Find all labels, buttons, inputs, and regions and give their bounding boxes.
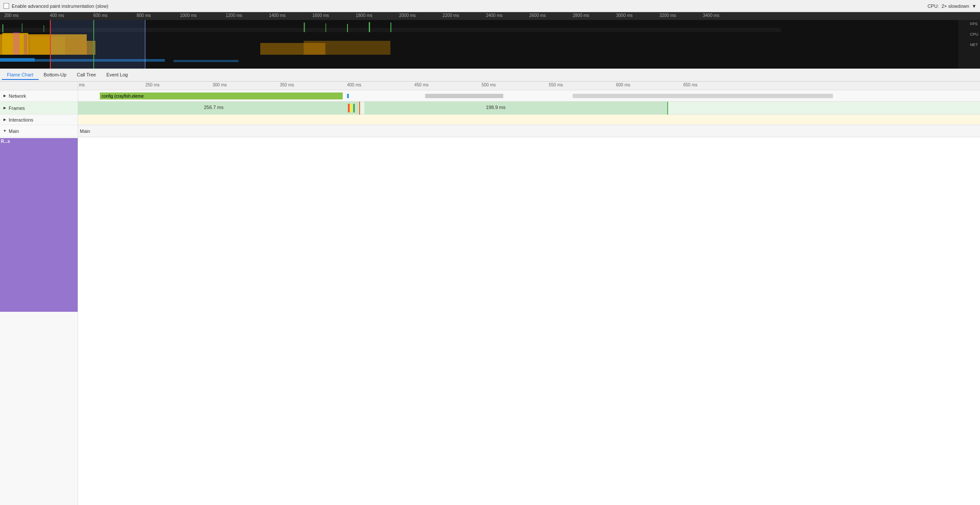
svg-rect-1	[2, 24, 3, 32]
frame-duration-1: 256.7 ms	[204, 105, 223, 110]
frame-yellow-marker	[351, 104, 352, 112]
tick-550: 550 ms	[549, 83, 563, 87]
tick-1200: 1200 ms	[226, 13, 242, 18]
tab-event-log[interactable]: Event Log	[101, 70, 133, 80]
frames-expand-arrow: ▶	[2, 105, 8, 111]
top-bar-right: CPU: 2× slowdown ▼	[928, 3, 977, 9]
panel-row-network[interactable]: ▶ Network	[0, 90, 78, 102]
top-bar: Enable advanced paint instrumentation (s…	[0, 0, 980, 12]
main-initial-block: R...s	[0, 138, 78, 312]
tick-ms: ms	[79, 83, 85, 87]
green-vline-600	[93, 20, 94, 69]
cpu-value: 2× slowdown	[941, 3, 969, 9]
svg-rect-4	[304, 23, 305, 32]
timeline-overview: 200 ms 400 ms 600 ms 800 ms 1000 ms 1200…	[0, 12, 980, 69]
tick-2800: 2800 ms	[573, 13, 589, 18]
main-content: ms 250 ms 300 ms 350 ms 400 ms 450 ms 50…	[78, 82, 980, 505]
net-blue-1	[347, 94, 349, 98]
tick-250: 250 ms	[145, 83, 160, 87]
advanced-paint-label: Enable advanced paint instrumentation (s…	[12, 3, 108, 9]
svg-rect-6	[347, 24, 348, 32]
tick-1400: 1400 ms	[269, 13, 285, 18]
svg-rect-15	[304, 41, 390, 55]
frame-duration-2: 198.9 ms	[486, 105, 505, 110]
main-section-label: Main	[80, 129, 90, 134]
network-config-bar: config (crayfish.eleme	[100, 92, 343, 99]
panel-row-main[interactable]: ▼ Main	[0, 125, 78, 137]
frames-label: Frames	[9, 106, 25, 111]
tick-600: 600 ms	[616, 83, 630, 87]
tick-200: 200 ms	[4, 13, 19, 18]
net-label-ov: NET	[970, 43, 978, 47]
tick-2600: 2600 ms	[529, 13, 546, 18]
tick-2000: 2000 ms	[399, 13, 416, 18]
flame-area: ▶ Network ▶ Frames ▶ Interactions ▼ Main…	[0, 82, 980, 505]
interactions-label: Interactions	[9, 117, 33, 122]
main-label: Main	[9, 129, 19, 134]
timeline-ruler: 200 ms 400 ms 600 ms 800 ms 1000 ms 1200…	[0, 12, 980, 20]
frame-red-marker	[348, 104, 350, 112]
tick-2400: 2400 ms	[486, 13, 502, 18]
svg-rect-8	[390, 23, 391, 32]
tabs-row: Flame Chart Bottom-Up Call Tree Event Lo…	[0, 69, 980, 82]
cpu-dropdown-arrow[interactable]: ▼	[972, 3, 977, 9]
ruler-spacer	[0, 82, 78, 90]
red-vline-400	[50, 20, 51, 69]
r-block-label: R...s	[1, 139, 10, 144]
svg-rect-20	[174, 60, 239, 62]
network-label: Network	[9, 93, 26, 99]
left-panel: ▶ Network ▶ Frames ▶ Interactions ▼ Main…	[0, 82, 78, 505]
tick-400: 400 ms	[347, 83, 361, 87]
main-content-header: Main	[78, 125, 980, 137]
panel-row-interactions[interactable]: ▶ Interactions	[0, 115, 78, 125]
svg-rect-17	[24, 34, 27, 55]
network-content-row: config (crayfish.eleme	[78, 90, 980, 102]
flame-content: config (crayfish.eleme 256.7 ms 198.9 ms	[78, 90, 980, 505]
cpu-label: CPU:	[928, 3, 939, 9]
tick-400: 400 ms	[50, 13, 64, 18]
tick-1600: 1600 ms	[312, 13, 329, 18]
tab-bottom-up[interactable]: Bottom-Up	[39, 70, 72, 80]
tick-500: 500 ms	[482, 83, 496, 87]
net-grey-3	[573, 94, 833, 98]
tick-450: 450 ms	[414, 83, 429, 87]
interactions-content-row	[78, 115, 980, 125]
svg-rect-2	[22, 23, 23, 32]
tick-3400: 3400 ms	[703, 13, 719, 18]
tick-2200: 2200 ms	[442, 13, 459, 18]
frame-block-2: 198.9 ms	[364, 102, 668, 115]
tick-3000: 3000 ms	[616, 13, 633, 18]
overview-visual: FPS CPU NET	[0, 20, 980, 69]
tick-800: 800 ms	[137, 13, 151, 18]
main-expand-arrow: ▼	[2, 128, 8, 134]
tick-300: 300 ms	[213, 83, 227, 87]
fps-label: FPS	[970, 22, 978, 26]
cpu-label-ov: CPU	[970, 32, 978, 36]
tick-350: 350 ms	[280, 83, 294, 87]
tab-flame-chart[interactable]: Flame Chart	[2, 70, 39, 80]
svg-rect-16	[13, 32, 20, 55]
frame-block-1: 256.7 ms	[78, 102, 360, 115]
tick-650: 650 ms	[683, 83, 698, 87]
svg-rect-5	[325, 23, 326, 32]
advanced-paint-checkbox[interactable]	[3, 3, 9, 9]
tab-call-tree[interactable]: Call Tree	[72, 70, 101, 80]
network-expand-arrow: ▶	[2, 93, 8, 99]
overview-right-labels: FPS CPU NET	[970, 22, 978, 47]
time-ruler-main: ms 250 ms 300 ms 350 ms 400 ms 450 ms 50…	[78, 82, 980, 90]
tick-3200: 3200 ms	[659, 13, 676, 18]
svg-rect-7	[369, 22, 370, 32]
tick-1800: 1800 ms	[356, 13, 372, 18]
tick-600: 600 ms	[93, 13, 108, 18]
frame-green-marker	[353, 104, 355, 112]
top-bar-left: Enable advanced paint instrumentation (s…	[3, 3, 108, 9]
svg-rect-3	[43, 25, 44, 32]
tick-1000: 1000 ms	[180, 13, 197, 18]
svg-rect-18	[0, 58, 35, 62]
frames-content-row: 256.7 ms 198.9 ms	[78, 102, 980, 115]
panel-row-frames[interactable]: ▶ Frames	[0, 102, 78, 115]
selected-region	[50, 20, 145, 69]
net-grey-2	[425, 94, 503, 98]
interactions-expand-arrow: ▶	[2, 117, 8, 123]
